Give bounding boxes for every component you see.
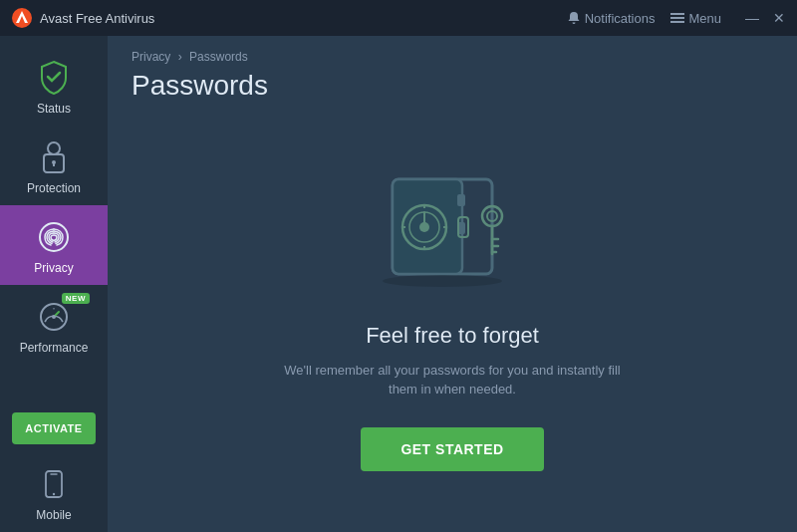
sidebar-item-privacy[interactable]: Privacy bbox=[0, 205, 108, 285]
mobile-icon bbox=[36, 466, 72, 502]
minimize-button[interactable]: — bbox=[745, 10, 759, 26]
menu-button[interactable]: Menu bbox=[670, 11, 721, 26]
bell-icon bbox=[567, 11, 581, 25]
svg-point-11 bbox=[52, 315, 56, 319]
avast-logo-icon bbox=[12, 8, 32, 28]
window-controls: — ✕ bbox=[745, 10, 785, 26]
breadcrumb-current: Passwords bbox=[189, 50, 248, 64]
content-area: Privacy › Passwords Passwords bbox=[108, 36, 797, 532]
performance-icon bbox=[36, 299, 72, 335]
menu-icon bbox=[670, 11, 684, 25]
protection-label: Protection bbox=[27, 181, 81, 195]
svg-rect-2 bbox=[670, 17, 684, 19]
svg-rect-4 bbox=[48, 142, 60, 154]
notifications-button[interactable]: Notifications bbox=[567, 11, 656, 26]
sidebar: Status Protection bbox=[0, 36, 108, 532]
breadcrumb-parent[interactable]: Privacy bbox=[132, 50, 170, 64]
svg-rect-3 bbox=[670, 21, 684, 23]
privacy-icon bbox=[36, 219, 72, 255]
page-title: Passwords bbox=[108, 68, 797, 118]
sidebar-item-status[interactable]: Status bbox=[0, 46, 108, 126]
activate-button[interactable]: ACTIVATE bbox=[12, 412, 96, 444]
new-badge: NEW bbox=[62, 293, 90, 304]
breadcrumb: Privacy › Passwords bbox=[108, 36, 797, 68]
notifications-label: Notifications bbox=[585, 11, 656, 26]
status-icon bbox=[36, 60, 72, 96]
privacy-label: Privacy bbox=[34, 261, 73, 275]
svg-point-8 bbox=[40, 223, 68, 251]
main-subtitle: We'll remember all your passwords for yo… bbox=[283, 361, 622, 399]
app-body: Status Protection bbox=[0, 36, 797, 532]
mobile-label: Mobile bbox=[36, 508, 71, 522]
svg-rect-1 bbox=[670, 13, 684, 15]
performance-label: Performance bbox=[20, 341, 89, 355]
safe-illustration bbox=[363, 149, 542, 299]
main-heading: Feel free to forget bbox=[366, 323, 539, 349]
main-content: Feel free to forget We'll remember all y… bbox=[108, 118, 797, 532]
titlebar-right: Notifications Menu — ✕ bbox=[567, 10, 785, 26]
app-title: Avast Free Antivirus bbox=[40, 11, 154, 26]
titlebar: Avast Free Antivirus Notifications Menu … bbox=[0, 0, 797, 36]
close-button[interactable]: ✕ bbox=[773, 10, 785, 26]
svg-rect-20 bbox=[457, 194, 465, 206]
sidebar-item-protection[interactable]: Protection bbox=[0, 126, 108, 205]
sidebar-item-mobile[interactable]: Mobile bbox=[0, 456, 108, 532]
status-label: Status bbox=[37, 102, 71, 116]
menu-label: Menu bbox=[688, 11, 721, 26]
svg-point-37 bbox=[383, 275, 502, 287]
svg-rect-7 bbox=[53, 162, 55, 166]
protection-icon bbox=[36, 139, 72, 175]
svg-point-16 bbox=[53, 493, 55, 495]
get-started-button[interactable]: GET STARTED bbox=[361, 427, 543, 471]
titlebar-left: Avast Free Antivirus bbox=[12, 8, 154, 28]
sidebar-item-performance[interactable]: NEW Performance bbox=[0, 285, 108, 365]
